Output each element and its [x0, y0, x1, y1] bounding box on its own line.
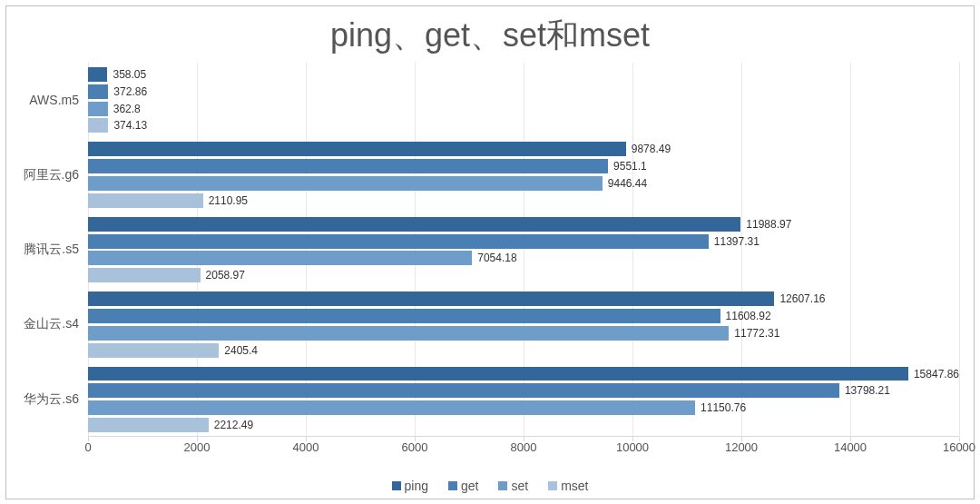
legend-swatch [548, 481, 557, 490]
x-tick-label: 10000 [616, 440, 649, 454]
bar-group: 12607.1611608.9211772.312405.4 [88, 287, 959, 361]
legend-item-ping: ping [392, 479, 428, 493]
x-tick-label: 4000 [293, 440, 319, 454]
bar-fill [88, 343, 219, 358]
bar-fill [88, 193, 203, 208]
bar-group: 9878.499551.19446.442110.95 [88, 137, 959, 212]
bar-value-label: 12607.16 [779, 292, 825, 305]
y-axis-labels: AWS.m5 阿里云.g6 腾讯云.s5 金山云.s4 华为云.s6 [12, 63, 84, 437]
bar-value-label: 11150.76 [701, 401, 746, 414]
bars: 15847.8613798.2111150.762212.49 [88, 367, 959, 433]
gridline [959, 63, 960, 437]
bar-fill [88, 367, 908, 381]
bar-value-label: 9446.44 [608, 177, 647, 190]
bar-get: 9551.1 [88, 159, 959, 173]
chart-container: ping、get、set和mset AWS.m5 阿里云.g6 腾讯云.s5 金… [5, 5, 975, 499]
y-tick-label: 阿里云.g6 [12, 167, 79, 183]
bar-value-label: 2405.4 [224, 344, 258, 357]
bar-set: 7054.18 [88, 251, 959, 265]
bar-fill [88, 159, 608, 173]
bars: 12607.1611608.9211772.312405.4 [88, 292, 959, 358]
bar-value-label: 9551.1 [613, 160, 647, 173]
y-tick-label: 金山云.s4 [12, 316, 79, 332]
bar-fill [88, 118, 108, 133]
bar-value-label: 358.05 [113, 68, 146, 81]
legend-label: set [511, 479, 528, 493]
legend-swatch [392, 481, 401, 490]
bar-get: 11397.31 [88, 234, 959, 249]
bar-value-label: 7054.18 [477, 252, 516, 264]
bar-ping: 9878.49 [88, 142, 959, 156]
bar-mset: 2212.49 [88, 418, 959, 432]
bar-value-label: 372.86 [113, 85, 147, 98]
bar-value-label: 11397.31 [714, 235, 760, 248]
bar-mset: 2405.4 [88, 343, 959, 358]
bar-get: 372.86 [88, 84, 959, 99]
bar-value-label: 2212.49 [214, 419, 253, 431]
bar-fill [88, 326, 729, 341]
bar-value-label: 11608.92 [726, 310, 771, 322]
bar-fill [88, 142, 626, 156]
legend-label: get [461, 479, 478, 493]
y-tick-label: AWS.m5 [12, 93, 79, 107]
bar-ping: 15847.86 [88, 367, 959, 381]
y-tick-label: 华为云.s6 [12, 391, 79, 408]
bar-value-label: 9878.49 [632, 143, 671, 155]
bar-value-label: 13798.21 [845, 384, 890, 397]
bar-fill [88, 102, 108, 116]
bar-fill [88, 268, 201, 282]
bar-fill [88, 400, 695, 415]
bar-group: 11988.9711397.317054.182058.97 [88, 212, 959, 287]
x-axis-labels: 0 2000 4000 6000 8000 10000 12000 14000 … [88, 440, 959, 459]
bar-value-label: 362.8 [113, 103, 141, 115]
bar-fill [88, 84, 108, 99]
bar-fill [88, 418, 209, 432]
legend: ping get set mset [6, 479, 974, 493]
bar-mset: 2110.95 [88, 193, 959, 208]
legend-item-mset: mset [548, 479, 588, 493]
bars: 11988.9711397.317054.182058.97 [88, 217, 959, 283]
bar-fill [88, 383, 839, 398]
x-tick-label: 12000 [725, 440, 758, 454]
legend-label: ping [405, 479, 428, 493]
legend-swatch [448, 481, 457, 490]
bar-groups: 358.05372.86362.8374.139878.499551.19446… [88, 63, 959, 437]
bars: 9878.499551.19446.442110.95 [88, 142, 959, 208]
bar-fill [88, 309, 720, 323]
x-tick-label: 8000 [511, 440, 537, 454]
bar-fill [88, 176, 603, 191]
bar-fill [88, 234, 709, 249]
bar-ping: 358.05 [88, 67, 959, 82]
bar-set: 11150.76 [88, 400, 959, 415]
bar-value-label: 11988.97 [746, 218, 791, 231]
bar-set: 362.8 [88, 102, 959, 116]
bar-group: 358.05372.86362.8374.13 [88, 63, 959, 137]
bar-group: 15847.8613798.2111150.762212.49 [88, 362, 959, 437]
bar-get: 11608.92 [88, 309, 959, 323]
legend-label: mset [561, 479, 588, 493]
bar-fill [88, 251, 472, 265]
x-tick-label: 2000 [184, 440, 211, 454]
bar-ping: 11988.97 [88, 217, 959, 232]
bar-fill [88, 217, 740, 232]
legend-item-set: set [498, 479, 528, 493]
bar-ping: 12607.16 [88, 292, 959, 306]
plot-area: 358.05372.86362.8374.139878.499551.19446… [88, 63, 959, 437]
bar-value-label: 2058.97 [206, 269, 245, 282]
bar-value-label: 15847.86 [914, 368, 959, 380]
bar-set: 9446.44 [88, 176, 959, 191]
legend-item-get: get [448, 479, 478, 493]
bar-value-label: 2110.95 [209, 194, 248, 207]
bar-value-label: 374.13 [113, 119, 147, 132]
legend-swatch [498, 481, 507, 490]
bar-mset: 2058.97 [88, 268, 959, 282]
bar-value-label: 11772.31 [734, 327, 779, 340]
x-tick-label: 6000 [402, 440, 428, 454]
chart-title: ping、get、set和mset [6, 6, 974, 62]
x-tick-label: 0 [84, 440, 91, 454]
y-tick-label: 腾讯云.s5 [12, 242, 79, 258]
bar-get: 13798.21 [88, 383, 959, 398]
bar-fill [88, 67, 107, 82]
x-tick-label: 16000 [943, 440, 975, 454]
bars: 358.05372.86362.8374.13 [88, 67, 959, 133]
